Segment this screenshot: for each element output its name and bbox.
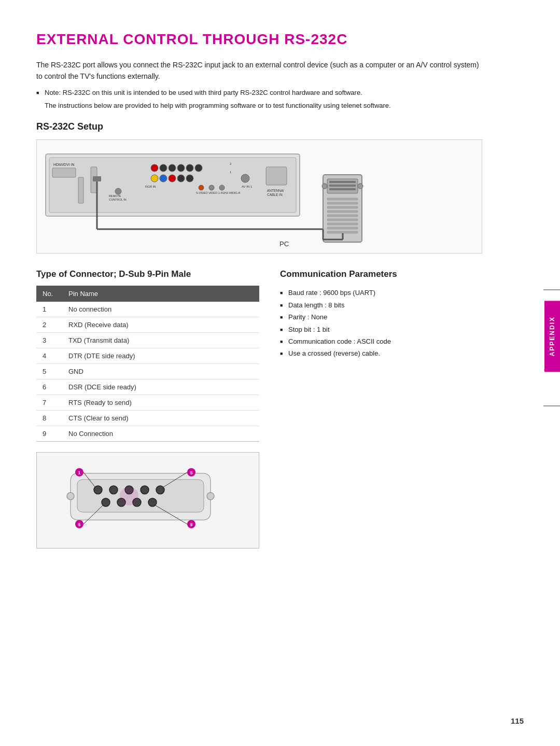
svg-text:CABLE IN: CABLE IN <box>267 193 283 196</box>
setup-heading: RS-232C Setup <box>36 121 482 132</box>
svg-rect-21 <box>78 177 83 203</box>
svg-text:1: 1 <box>78 470 80 475</box>
comm-params-list: Baud rate : 9600 bps (UART)Data length :… <box>280 287 482 359</box>
pin-no: 7 <box>36 395 62 411</box>
svg-text:ANTENNA/: ANTENNA/ <box>267 189 284 192</box>
setup-diagram: HDMI/DVI IN 2 1 RGB IN RS-232C SERVICE <box>36 139 482 254</box>
connector-column: Type of Connector; D-Sub 9-Pin Male No. … <box>36 269 259 548</box>
two-column-section: Type of Connector; D-Sub 9-Pin Male No. … <box>36 269 482 548</box>
pin-name: No Connection <box>62 426 259 442</box>
svg-point-67 <box>67 492 74 500</box>
col-no-header: No. <box>36 286 62 302</box>
svg-text:HDMI/DVI IN: HDMI/DVI IN <box>53 163 74 166</box>
col-pin-header: Pin Name <box>62 286 259 302</box>
svg-point-15 <box>177 175 185 182</box>
pin-name: CTS (Clear to send) <box>62 411 259 426</box>
pin-name: RXD (Receive data) <box>62 317 259 333</box>
appendix-border-top <box>543 289 560 290</box>
svg-rect-51 <box>327 227 358 229</box>
svg-point-61 <box>156 486 164 494</box>
table-row: 7RTS (Ready to send) <box>36 395 259 411</box>
svg-text:6: 6 <box>78 522 80 527</box>
comm-param-item: Parity : None <box>280 311 482 323</box>
comm-param-item: Communication code : ASCII code <box>280 335 482 347</box>
pin-no: 5 <box>36 364 62 379</box>
svg-rect-41 <box>329 188 356 190</box>
svg-point-28 <box>199 185 204 190</box>
svg-text:CONTROL IN: CONTROL IN <box>109 198 127 201</box>
svg-rect-39 <box>329 181 356 183</box>
appendix-label: APPENDIX <box>549 316 556 356</box>
pin-no: 8 <box>36 411 62 426</box>
svg-point-33 <box>115 188 121 194</box>
svg-point-62 <box>102 498 110 506</box>
pin-name: No connection <box>62 302 259 317</box>
svg-point-42 <box>322 184 327 189</box>
svg-point-58 <box>109 486 118 494</box>
svg-point-68 <box>207 492 214 500</box>
svg-rect-49 <box>327 219 358 221</box>
page-title: EXTERNAL CONTROL THROUGH RS-232C <box>36 31 482 48</box>
svg-point-7 <box>177 164 185 172</box>
table-row: 8CTS (Clear to send) <box>36 411 259 426</box>
pin-name: DTR (DTE side ready) <box>62 348 259 364</box>
svg-rect-44 <box>327 198 358 200</box>
svg-point-16 <box>186 175 193 182</box>
pin-no: 1 <box>36 302 62 317</box>
svg-point-8 <box>186 164 193 172</box>
table-row: 6DSR (DCE side ready) <box>36 379 259 395</box>
dsub-diagram-box: 1 5 6 9 <box>36 452 259 548</box>
svg-point-6 <box>169 164 176 172</box>
svg-point-14 <box>169 175 176 182</box>
pin-name: GND <box>62 364 259 379</box>
svg-point-43 <box>358 184 363 189</box>
svg-rect-50 <box>327 223 358 225</box>
table-row: 5GND <box>36 364 259 379</box>
pin-no: 3 <box>36 333 62 348</box>
svg-point-9 <box>195 164 202 172</box>
svg-rect-40 <box>329 185 356 187</box>
comm-param-item: Stop bit : 1 bit <box>280 323 482 335</box>
svg-rect-45 <box>327 202 358 204</box>
comm-params-column: Communication Parameters Baud rate : 960… <box>280 269 482 548</box>
dsub-diagram-svg: 1 5 6 9 <box>63 463 218 536</box>
svg-text:PC: PC <box>279 240 289 248</box>
table-row: 1No connection <box>36 302 259 317</box>
svg-point-60 <box>141 486 149 494</box>
svg-rect-3 <box>52 168 76 177</box>
comm-param-item: Data length : 8 bits <box>280 299 482 311</box>
pin-name: RTS (Ready to send) <box>62 395 259 411</box>
appendix-border-bottom <box>543 405 560 406</box>
note-line1: Note: RS-232C on this unit is intended t… <box>36 88 482 98</box>
pin-no: 4 <box>36 348 62 364</box>
svg-rect-48 <box>327 215 358 217</box>
table-row: 2RXD (Receive data) <box>36 317 259 333</box>
svg-point-12 <box>151 175 158 182</box>
page-container: EXTERNAL CONTROL THROUGH RS-232C The RS-… <box>0 0 519 580</box>
pin-no: 9 <box>36 426 62 442</box>
svg-text:RGB IN: RGB IN <box>145 185 156 188</box>
table-row: 4DTR (DTE side ready) <box>36 348 259 364</box>
svg-point-4 <box>151 164 158 172</box>
svg-point-29 <box>209 185 214 190</box>
svg-point-5 <box>160 164 167 172</box>
pin-no: 6 <box>36 379 62 395</box>
intro-paragraph: The RS-232C port allows you connect the … <box>36 59 482 82</box>
svg-text:REMOTE: REMOTE <box>109 194 121 198</box>
page-number: 115 <box>511 716 524 725</box>
svg-rect-52 <box>327 231 358 233</box>
svg-text:9: 9 <box>190 522 192 527</box>
pin-name: TXD (Transmit data) <box>62 333 259 348</box>
svg-point-65 <box>148 498 157 506</box>
comm-param-item: Use a crossed (reverse) cable. <box>280 347 482 359</box>
comm-param-item: Baud rate : 9600 bps (UART) <box>280 287 482 299</box>
svg-rect-24 <box>266 167 287 185</box>
svg-text:AV IN 1: AV IN 1 <box>242 185 253 188</box>
pin-name: DSR (DCE side ready) <box>62 379 259 395</box>
svg-rect-36 <box>93 176 101 181</box>
connector-title: Type of Connector; D-Sub 9-Pin Male <box>36 269 259 279</box>
svg-rect-46 <box>327 206 358 208</box>
note-line2: The instructions below are provided to h… <box>36 101 482 111</box>
setup-diagram-svg: HDMI/DVI IN 2 1 RGB IN RS-232C SERVICE <box>43 146 380 250</box>
svg-point-57 <box>94 486 102 494</box>
